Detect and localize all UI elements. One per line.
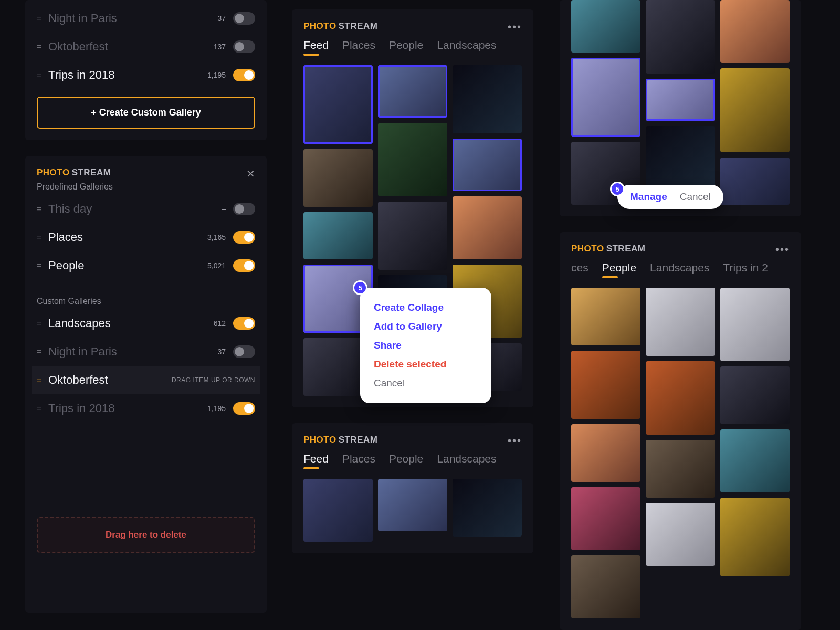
action-manage[interactable]: Manage <box>630 191 667 203</box>
tab-people[interactable]: People <box>602 261 636 278</box>
photo-thumb[interactable] <box>303 65 373 144</box>
action-cancel[interactable]: Cancel <box>374 374 478 393</box>
gallery-item[interactable]: = Landscapes 612 <box>37 309 255 338</box>
gallery-toggle[interactable] <box>233 69 255 81</box>
gallery-toggle[interactable] <box>233 40 255 53</box>
create-custom-gallery-button[interactable]: + Create Custom Gallery <box>37 97 255 129</box>
drag-handle-icon[interactable]: = <box>37 347 48 356</box>
drop-to-delete-zone[interactable]: Drag here to delete <box>37 517 255 553</box>
gallery-item[interactable]: = Night in Paris 37 <box>37 4 255 33</box>
drag-handle-icon[interactable]: = <box>37 70 48 80</box>
photo-thumb[interactable] <box>720 158 790 205</box>
drag-handle-icon[interactable]: = <box>37 375 48 385</box>
brand-title: PHOTOSTREAM <box>37 167 255 178</box>
photo-thumb[interactable] <box>571 288 640 345</box>
photo-thumb[interactable] <box>378 479 447 531</box>
photo-thumb[interactable] <box>453 196 522 259</box>
gallery-toggle[interactable] <box>233 231 255 244</box>
drag-handle-icon[interactable]: = <box>37 233 48 242</box>
gallery-item[interactable]: = Trips in 2018 1,195 <box>37 394 255 423</box>
tab-people[interactable]: People <box>389 453 423 469</box>
photo-thumb[interactable] <box>303 149 373 207</box>
gallery-item-label: Night in Paris <box>48 12 208 25</box>
drag-handle-icon[interactable]: = <box>37 14 48 23</box>
gallery-item-count: 37 <box>208 348 226 356</box>
tab-places[interactable]: Places <box>342 453 375 469</box>
photo-thumb[interactable] <box>646 503 715 566</box>
tab-landscapes[interactable]: Landscapes <box>437 453 496 469</box>
gallery-item-count: 37 <box>208 14 226 23</box>
photo-thumb[interactable] <box>646 440 715 498</box>
gallery-toggle[interactable] <box>233 402 255 415</box>
gallery-toggle[interactable] <box>233 12 255 25</box>
gallery-item[interactable]: = This day – <box>37 195 255 223</box>
photo-thumb[interactable] <box>378 65 447 118</box>
tab-people[interactable]: People <box>389 39 423 56</box>
gallery-item-label: Trips in 2018 <box>48 68 207 82</box>
drag-handle-icon[interactable]: = <box>37 261 48 270</box>
photo-thumb[interactable] <box>720 429 790 492</box>
gallery-toggle[interactable] <box>233 203 255 215</box>
drag-handle-icon[interactable]: = <box>37 319 48 328</box>
photo-thumb[interactable] <box>646 0 715 74</box>
tab-places[interactable]: Places <box>342 39 375 56</box>
tab-landscapes[interactable]: Landscapes <box>650 261 709 278</box>
photo-thumb[interactable] <box>571 351 640 419</box>
photo-thumb[interactable] <box>571 424 640 482</box>
tab-feed[interactable]: Feed <box>303 39 329 56</box>
action-cancel[interactable]: Cancel <box>680 191 711 203</box>
gallery-toggle[interactable] <box>233 259 255 272</box>
gallery-item[interactable]: = Places 3,165 <box>37 223 255 251</box>
gallery-item-dragging[interactable]: = Oktoberfest DRAG ITEM UP OR DOWN <box>32 366 260 394</box>
photo-thumb[interactable] <box>571 0 640 52</box>
photo-thumb[interactable] <box>720 498 790 576</box>
gallery-item-count: 612 <box>208 319 226 328</box>
photo-thumb[interactable] <box>303 212 373 259</box>
tab-feed[interactable]: Feed <box>303 453 329 469</box>
more-icon[interactable]: ••• <box>775 244 790 256</box>
photo-thumb[interactable] <box>720 68 790 152</box>
photo-thumb[interactable] <box>378 123 447 196</box>
photo-thumb[interactable] <box>453 65 522 133</box>
selection-count-badge: 5 <box>610 182 625 196</box>
photo-thumb[interactable] <box>646 288 715 356</box>
photo-thumb[interactable] <box>571 487 640 550</box>
action-delete-selected[interactable]: Delete selected <box>374 355 478 374</box>
gallery-item-label: Trips in 2018 <box>48 402 207 415</box>
photo-thumb[interactable] <box>378 202 447 270</box>
tabs: Feed Places People Landscapes <box>303 39 522 56</box>
photo-thumb[interactable] <box>571 58 640 136</box>
gallery-item[interactable]: = Night in Paris 37 <box>37 338 255 366</box>
drag-handle-icon[interactable]: = <box>37 204 48 214</box>
photo-thumb[interactable] <box>720 0 790 63</box>
gallery-item-label: This day <box>48 202 208 216</box>
close-icon[interactable]: ✕ <box>246 167 255 180</box>
action-create-collage[interactable]: Create Collage <box>374 298 478 317</box>
photo-thumb[interactable] <box>571 555 640 618</box>
photo-thumb[interactable] <box>646 79 715 121</box>
tab-landscapes[interactable]: Landscapes <box>437 39 496 56</box>
gallery-toggle[interactable] <box>233 345 255 358</box>
more-icon[interactable]: ••• <box>508 435 522 447</box>
photo-thumb[interactable] <box>646 361 715 435</box>
drag-handle-icon[interactable]: = <box>37 42 48 51</box>
drag-handle-icon[interactable]: = <box>37 404 48 413</box>
action-share[interactable]: Share <box>374 336 478 355</box>
gallery-item-label: Places <box>48 230 207 244</box>
photo-thumb[interactable] <box>453 139 522 191</box>
photo-thumb[interactable] <box>453 479 522 537</box>
gallery-item[interactable]: = Oktoberfest 137 <box>37 33 255 61</box>
brand-title: PHOTOSTREAM <box>303 21 522 32</box>
tab-trips-partial[interactable]: Trips in 2 <box>723 261 768 278</box>
tab-places-partial[interactable]: ces <box>571 261 589 278</box>
manage-pill-popup: 5 Manage Cancel <box>617 185 723 209</box>
photo-thumb[interactable] <box>720 288 790 361</box>
section-label-predefined: Predefined Galleries <box>37 182 255 192</box>
gallery-item[interactable]: = People 5,021 <box>37 251 255 280</box>
photo-thumb[interactable] <box>720 366 790 424</box>
photo-thumb[interactable] <box>303 479 373 542</box>
action-add-to-gallery[interactable]: Add to Gallery <box>374 317 478 336</box>
gallery-toggle[interactable] <box>233 317 255 330</box>
gallery-item[interactable]: = Trips in 2018 1,195 <box>37 61 255 89</box>
more-icon[interactable]: ••• <box>508 21 522 33</box>
